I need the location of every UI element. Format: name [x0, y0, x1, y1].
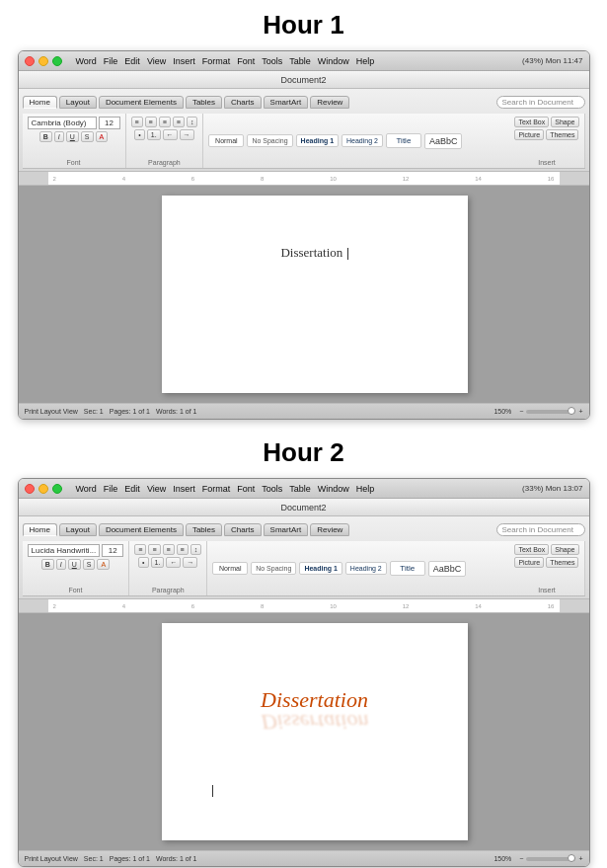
indent-increase[interactable]: →	[180, 129, 194, 140]
menu-format[interactable]: Format	[202, 56, 231, 66]
maximize-button-2[interactable]	[52, 484, 62, 494]
justify[interactable]: ≡	[173, 117, 185, 127]
tab2-document-elements[interactable]: Document Elements	[99, 523, 184, 536]
underline-button-2[interactable]: U	[68, 559, 81, 570]
search-box-2[interactable]: Search in Document	[496, 523, 585, 536]
align-center[interactable]: ≡	[145, 117, 157, 127]
justify-2[interactable]: ≡	[177, 544, 189, 555]
zoom-plus[interactable]: +	[578, 408, 582, 415]
tab-charts[interactable]: Charts	[224, 96, 262, 109]
textbox-button-2[interactable]: Text Box	[514, 544, 549, 555]
themes-button[interactable]: Themes	[546, 129, 578, 140]
tab2-layout[interactable]: Layout	[59, 523, 97, 536]
line-spacing[interactable]: ↕	[187, 117, 198, 127]
search-box[interactable]: Search in Document	[496, 96, 585, 109]
tab-smartart[interactable]: SmartArt	[264, 96, 309, 109]
tab2-tables[interactable]: Tables	[186, 523, 222, 536]
zoom-slider-2[interactable]: − +	[519, 855, 582, 862]
style-normal[interactable]: Normal	[208, 134, 244, 147]
font-name-box-2[interactable]: Lucida Handwriti...	[28, 544, 101, 557]
tab2-review[interactable]: Review	[310, 523, 349, 536]
align-right[interactable]: ≡	[159, 117, 171, 127]
menu-edit[interactable]: Edit	[124, 56, 140, 66]
textbox-button[interactable]: Text Box	[514, 117, 549, 127]
line-spacing-2[interactable]: ↕	[190, 544, 202, 555]
underline-button[interactable]: U	[66, 131, 79, 142]
themes-button-2[interactable]: Themes	[546, 557, 578, 568]
align-left-2[interactable]: ≡	[134, 544, 146, 555]
menu2-font[interactable]: Font	[237, 484, 255, 494]
style-heading2-2[interactable]: Heading 2	[345, 562, 387, 575]
menu-window[interactable]: Window	[318, 56, 349, 66]
indent-decrease[interactable]: ←	[163, 129, 178, 140]
close-button[interactable]	[25, 56, 35, 66]
style-nospacing-2[interactable]: No Spacing	[251, 562, 296, 575]
numbered-list-2[interactable]: 1.	[151, 557, 165, 568]
menu2-edit[interactable]: Edit	[124, 484, 140, 494]
indent-decrease-2[interactable]: ←	[166, 557, 181, 568]
bullet-list-2[interactable]: •	[138, 557, 148, 568]
menu-table[interactable]: Table	[289, 56, 311, 66]
shape-button[interactable]: Shape	[551, 117, 578, 127]
zoom-plus-2[interactable]: +	[578, 855, 582, 862]
tab2-charts[interactable]: Charts	[224, 523, 262, 536]
style-nospacing[interactable]: No Spacing	[247, 134, 292, 147]
align-left[interactable]: ≡	[131, 117, 143, 127]
style-aabbc[interactable]: AaBbC	[424, 133, 463, 149]
menu-file[interactable]: File	[104, 56, 118, 66]
bold-button-2[interactable]: B	[41, 559, 54, 570]
menu2-tools[interactable]: Tools	[262, 484, 282, 494]
menu2-file[interactable]: File	[104, 484, 118, 494]
tab-document-elements[interactable]: Document Elements	[99, 96, 184, 109]
picture-button-2[interactable]: Picture	[514, 557, 544, 568]
menu2-word[interactable]: Word	[76, 484, 97, 494]
menu-help[interactable]: Help	[356, 56, 375, 66]
menu2-insert[interactable]: Insert	[173, 484, 195, 494]
zoom-minus-2[interactable]: −	[519, 855, 523, 862]
tab2-home[interactable]: Home	[23, 523, 57, 536]
numbered-list[interactable]: 1.	[147, 129, 161, 140]
minimize-button[interactable]	[38, 56, 48, 66]
strikethrough-button-2[interactable]: S	[83, 559, 96, 570]
strikethrough-button[interactable]: S	[81, 131, 94, 142]
menu2-table[interactable]: Table	[289, 484, 311, 494]
close-button-2[interactable]	[25, 484, 35, 494]
bullet-list[interactable]: •	[134, 129, 144, 140]
font-size-box-2[interactable]: 12	[102, 544, 123, 557]
font-size-box[interactable]: 12	[99, 117, 120, 129]
style-title-2[interactable]: Title	[390, 561, 425, 576]
menu-font[interactable]: Font	[237, 56, 255, 66]
zoom-minus[interactable]: −	[519, 408, 523, 415]
maximize-button[interactable]	[52, 56, 62, 66]
shape-button-2[interactable]: Shape	[551, 544, 578, 555]
picture-button[interactable]: Picture	[514, 129, 544, 140]
menu2-view[interactable]: View	[147, 484, 166, 494]
tab2-smartart[interactable]: SmartArt	[264, 523, 309, 536]
menu2-window[interactable]: Window	[318, 484, 349, 494]
tab-tables[interactable]: Tables	[186, 96, 222, 109]
menu2-format[interactable]: Format	[202, 484, 231, 494]
indent-increase-2[interactable]: →	[183, 557, 197, 568]
view-mode-2[interactable]: Print Layout View	[25, 855, 78, 862]
menu-word[interactable]: Word	[76, 56, 97, 66]
style-heading1-2[interactable]: Heading 1	[299, 562, 341, 575]
color-button[interactable]: A	[96, 131, 109, 142]
bold-button[interactable]: B	[39, 131, 52, 142]
style-heading1[interactable]: Heading 1	[296, 134, 339, 147]
style-heading2[interactable]: Heading 2	[341, 134, 383, 147]
align-center-2[interactable]: ≡	[148, 544, 160, 555]
menu-tools[interactable]: Tools	[262, 56, 282, 66]
style-normal-2[interactable]: Normal	[212, 562, 248, 575]
view-mode[interactable]: Print Layout View	[25, 408, 78, 415]
italic-button[interactable]: I	[54, 131, 64, 142]
tab-layout[interactable]: Layout	[59, 96, 97, 109]
align-right-2[interactable]: ≡	[163, 544, 175, 555]
minimize-button-2[interactable]	[38, 484, 48, 494]
menu2-help[interactable]: Help	[356, 484, 375, 494]
color-button-2[interactable]: A	[97, 559, 110, 570]
menu-insert[interactable]: Insert	[173, 56, 195, 66]
menu-view[interactable]: View	[147, 56, 166, 66]
style-aabbc-2[interactable]: AaBbC	[428, 561, 467, 577]
font-name-box[interactable]: Cambria (Body)	[28, 117, 97, 129]
zoom-slider[interactable]: − +	[519, 408, 582, 415]
